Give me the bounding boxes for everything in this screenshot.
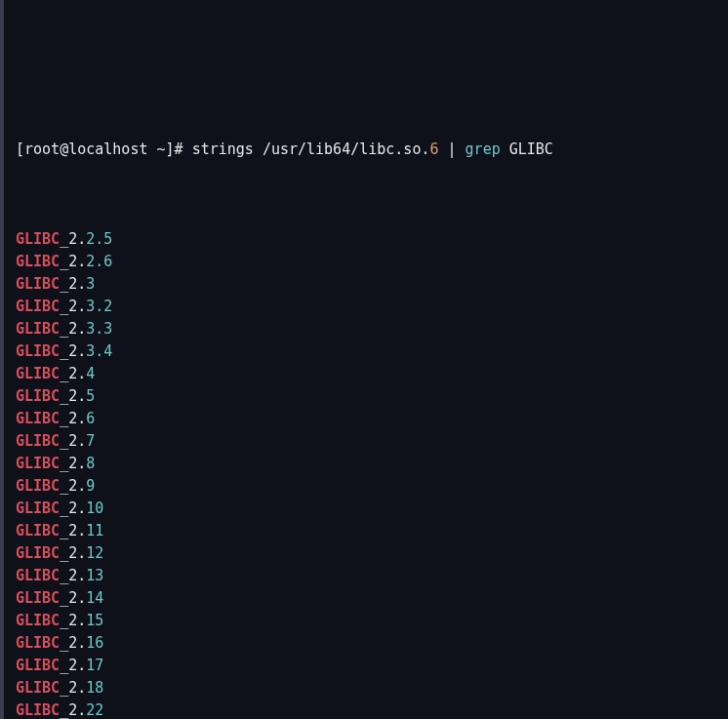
output-line: GLIBC_2.3.4 — [10, 340, 728, 363]
output-line: GLIBC_2.16 — [10, 632, 728, 655]
version-digits: 8 — [86, 455, 95, 472]
grep-match: GLIBC — [16, 544, 60, 562]
grep-match: GLIBC — [16, 342, 60, 360]
output-text: _2. — [60, 387, 86, 405]
version-digits: 22 — [86, 701, 103, 719]
output-line: GLIBC_2.14 — [10, 587, 728, 610]
grep-match: GLIBC — [16, 253, 60, 270]
output-text: _2. — [60, 522, 86, 539]
output-line: GLIBC_2.12 — [10, 542, 728, 565]
output-text: _2. — [60, 589, 86, 607]
grep-match: GLIBC — [16, 679, 60, 697]
version-digits: 18 — [86, 679, 103, 697]
version-digits: 12 — [86, 544, 103, 562]
output-text: _2. — [60, 657, 86, 674]
version-digits: 3.2 — [86, 298, 112, 315]
output-text: _2. — [60, 612, 86, 629]
grep-match: GLIBC — [16, 499, 60, 517]
output-text: _2. — [60, 544, 86, 562]
version-digits: 11 — [86, 522, 103, 539]
version-digits: 10 — [86, 499, 103, 517]
output-line: GLIBC_2.9 — [10, 475, 728, 498]
version-digits: 7 — [86, 432, 95, 450]
version-digits: 14 — [86, 589, 103, 607]
output-text: _2. — [60, 477, 86, 495]
command: strings — [192, 140, 254, 158]
grep-match: GLIBC — [16, 275, 60, 293]
output-line: GLIBC_2.15 — [10, 610, 728, 632]
grep-match: GLIBC — [16, 455, 60, 472]
version-digits: 2.6 — [86, 253, 112, 270]
output-text: _2. — [60, 365, 86, 382]
output-text: _2. — [60, 410, 86, 427]
output-text: _2. — [60, 499, 86, 517]
version-digits: 3.3 — [86, 320, 112, 338]
version-digits: 5 — [86, 387, 95, 405]
output-text: _2. — [60, 679, 86, 697]
grep-match: GLIBC — [16, 701, 60, 719]
version-digits: 4 — [86, 365, 95, 382]
grep-match: GLIBC — [16, 230, 60, 248]
grep-match: GLIBC — [16, 432, 60, 450]
grep-command: grep — [465, 140, 501, 158]
output-lines: GLIBC_2.2.5GLIBC_2.2.6GLIBC_2.3GLIBC_2.3… — [10, 228, 728, 719]
grep-match: GLIBC — [16, 567, 60, 584]
scroll-gutter — [0, 0, 4, 719]
version-digits: 17 — [86, 657, 103, 674]
grep-match: GLIBC — [16, 589, 60, 607]
output-line: GLIBC_2.5 — [10, 385, 728, 408]
terminal[interactable]: [root@localhost ~]# strings /usr/lib64/l… — [0, 0, 728, 719]
output-text: _2. — [60, 432, 86, 450]
output-line: GLIBC_2.10 — [10, 498, 728, 520]
output-line: GLIBC_2.8 — [10, 453, 728, 475]
output-line: GLIBC_2.3.2 — [10, 296, 728, 318]
version-digits: 3.4 — [86, 342, 112, 360]
output-line: GLIBC_2.2.5 — [10, 228, 728, 251]
output-text: _2. — [60, 320, 86, 338]
prompt-line: [root@localhost ~]# strings /usr/lib64/l… — [10, 139, 728, 161]
output-text: _2. — [60, 455, 86, 472]
output-text: _2. — [60, 275, 86, 293]
grep-match: GLIBC — [16, 612, 60, 629]
arg-digit: 6 — [429, 140, 438, 158]
version-digits: 6 — [86, 410, 95, 427]
grep-match: GLIBC — [16, 410, 60, 427]
grep-match: GLIBC — [16, 365, 60, 382]
output-line: GLIBC_2.17 — [10, 655, 728, 677]
output-line: GLIBC_2.2.6 — [10, 251, 728, 273]
output-line: GLIBC_2.18 — [10, 677, 728, 699]
output-line: GLIBC_2.11 — [10, 520, 728, 542]
output-line: GLIBC_2.4 — [10, 363, 728, 385]
version-digits: 16 — [86, 634, 103, 652]
output-line: GLIBC_2.22 — [10, 699, 728, 719]
grep-match: GLIBC — [16, 634, 60, 652]
output-text: _2. — [60, 253, 86, 270]
grep-pattern: GLIBC — [509, 140, 553, 158]
version-digits: 15 — [86, 612, 103, 629]
grep-match: GLIBC — [16, 387, 60, 405]
output-text: _2. — [60, 701, 86, 719]
version-digits: 9 — [86, 477, 95, 495]
output-text: _2. — [60, 342, 86, 360]
grep-match: GLIBC — [16, 320, 60, 338]
prompt: [root@localhost ~]# — [16, 140, 183, 158]
output-text: _2. — [60, 634, 86, 652]
output-line: GLIBC_2.7 — [10, 430, 728, 453]
output-text: _2. — [60, 298, 86, 315]
output-text: _2. — [60, 567, 86, 584]
pipe-symbol: | — [448, 140, 457, 158]
grep-match: GLIBC — [16, 657, 60, 674]
grep-match: GLIBC — [16, 298, 60, 315]
output-line: GLIBC_2.6 — [10, 408, 728, 430]
output-line: GLIBC_2.3.3 — [10, 318, 728, 340]
grep-match: GLIBC — [16, 477, 60, 495]
version-digits: 13 — [86, 567, 103, 584]
output-line: GLIBC_2.3 — [10, 273, 728, 296]
output-line: GLIBC_2.13 — [10, 565, 728, 587]
output-text: _2. — [60, 230, 86, 248]
version-digits: 3 — [86, 275, 95, 293]
version-digits: 2.5 — [86, 230, 112, 248]
command-arg: /usr/lib64/libc.so. — [263, 140, 430, 158]
grep-match: GLIBC — [16, 522, 60, 539]
terminal-content: [root@localhost ~]# strings /usr/lib64/l… — [10, 71, 728, 719]
